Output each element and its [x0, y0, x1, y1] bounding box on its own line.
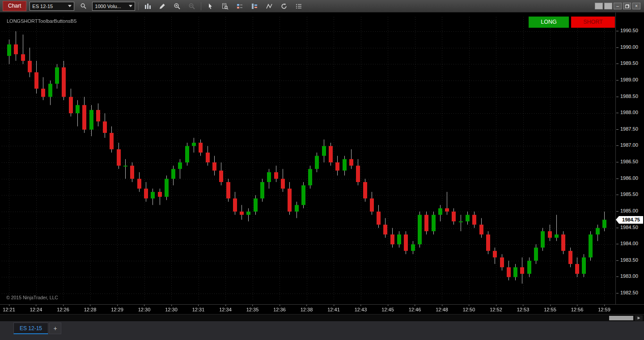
time-label: 12:56 [571, 307, 584, 312]
time-label: 12:21 [3, 307, 15, 312]
zigzag-line-icon [266, 3, 273, 10]
time-label: 12:50 [463, 307, 475, 312]
price-label: 1986.00 [616, 175, 644, 181]
price-label: 1987.00 [616, 142, 644, 148]
data-box-icon [221, 3, 229, 10]
toolbar: Chart ES 12-15 1000 Volu... [0, 0, 644, 13]
list-icon [295, 3, 302, 10]
time-label: 12:45 [381, 307, 394, 312]
reload-button[interactable] [278, 1, 290, 11]
pointer-button[interactable] [204, 1, 216, 11]
price-label: 1990.00 [616, 44, 644, 50]
price-label: 1989.50 [616, 60, 644, 66]
time-label: 12:55 [544, 307, 556, 312]
order-panel-icon [251, 3, 258, 10]
price-label: 1984.50 [616, 225, 644, 230]
candlestick-chart-canvas[interactable] [0, 13, 615, 304]
interval-select[interactable]: 1000 Volu... [92, 2, 135, 11]
time-label: 12:30 [138, 307, 151, 312]
instrument-select[interactable]: ES 12-15 [30, 2, 74, 11]
time-label: 12:31 [192, 307, 205, 312]
price-axis[interactable]: 1984.75 1990.501990.001989.501989.001988… [615, 13, 644, 304]
tab-es-12-15[interactable]: ES 12-15 [13, 323, 48, 334]
price-label: 1988.00 [616, 110, 644, 115]
time-label: 12:38 [301, 307, 313, 312]
time-label: 12:41 [327, 307, 340, 312]
time-label: 12:24 [30, 307, 42, 312]
scrollbar-thumb[interactable] [609, 316, 633, 320]
chart-trader-icon [236, 3, 243, 10]
last-price-value: 1984.75 [622, 217, 640, 222]
chevron-down-icon [129, 5, 132, 7]
restore-button[interactable] [623, 3, 631, 9]
time-label: 12:46 [409, 307, 421, 312]
instrument-search-button[interactable] [77, 1, 89, 11]
zoom-in-button[interactable] [171, 1, 183, 11]
price-label: 1985.00 [616, 208, 644, 213]
chart-style-icon [144, 3, 151, 10]
add-tab-button[interactable]: + [49, 323, 61, 334]
toolbar-separator [138, 2, 139, 10]
price-label: 1988.50 [616, 94, 644, 99]
order-panel-button[interactable] [249, 1, 260, 11]
price-label: 1985.50 [616, 191, 644, 197]
time-axis[interactable]: 12:2112:2412:2612:2812:2912:3012:3012:31… [0, 304, 644, 314]
reload-icon [280, 3, 288, 10]
time-label: 12:36 [273, 307, 286, 312]
price-label: 1983.00 [616, 273, 644, 279]
price-label: 1987.50 [616, 126, 644, 132]
restore-icon [625, 4, 629, 8]
time-label: 12:35 [246, 307, 259, 312]
data-series-button[interactable] [293, 1, 305, 11]
chart-trader-button[interactable] [234, 1, 246, 11]
chart-menu-button[interactable]: Chart [3, 1, 26, 11]
price-label: 1990.50 [616, 28, 644, 33]
interval-link-button[interactable] [604, 3, 612, 9]
zoom-in-icon [174, 3, 181, 10]
line-study-button[interactable] [263, 1, 275, 11]
interval-select-value: 1000 Volu... [95, 4, 121, 9]
toolbar-separator [201, 2, 201, 10]
last-price-marker: 1984.75 [619, 216, 643, 224]
window-controls: – × [595, 3, 641, 9]
time-label: 12:53 [517, 307, 530, 312]
time-label: 12:26 [57, 307, 69, 312]
drawing-tools-button[interactable] [157, 1, 168, 11]
time-label: 12:52 [490, 307, 502, 312]
search-icon [80, 3, 87, 9]
time-label: 12:48 [436, 307, 448, 312]
chart-style-button[interactable] [142, 1, 153, 11]
instrument-link-button[interactable] [595, 3, 603, 9]
time-label: 12:59 [598, 307, 610, 312]
time-label: 12:30 [165, 307, 178, 312]
instrument-select-value: ES 12-15 [32, 4, 53, 9]
zoom-out-icon [188, 3, 195, 10]
tab-bar: ES 12-15 + [0, 321, 644, 340]
scrollbar-right-arrow[interactable]: ▶ [635, 315, 643, 321]
short-button[interactable]: SHORT [571, 17, 615, 28]
price-label: 1983.50 [616, 257, 644, 263]
chevron-down-icon [68, 5, 72, 7]
price-label: 1986.50 [616, 159, 644, 164]
close-button[interactable]: × [632, 3, 640, 9]
zoom-out-button[interactable] [186, 1, 198, 11]
time-label: 12:28 [84, 307, 97, 312]
indicator-label: LONGSHORTToolbarButtonsB5 [7, 18, 76, 24]
chart-area: LONGSHORTToolbarButtonsB5 © 2015 NinjaTr… [0, 13, 644, 304]
price-label: 1982.50 [616, 290, 644, 295]
cursor-icon [207, 3, 214, 10]
time-label: 12:43 [355, 307, 367, 312]
price-label: 1989.00 [616, 77, 644, 82]
long-button[interactable]: LONG [529, 17, 569, 28]
pencil-icon [159, 3, 166, 10]
minimize-button[interactable]: – [614, 3, 622, 9]
data-box-button[interactable] [219, 1, 231, 11]
price-label: 1984.00 [616, 241, 644, 246]
time-label: 12:34 [219, 307, 232, 312]
time-label: 12:29 [111, 307, 123, 312]
horizontal-scrollbar[interactable]: ▶ [0, 314, 644, 321]
copyright-text: © 2015 NinjaTrader, LLC [6, 295, 58, 300]
